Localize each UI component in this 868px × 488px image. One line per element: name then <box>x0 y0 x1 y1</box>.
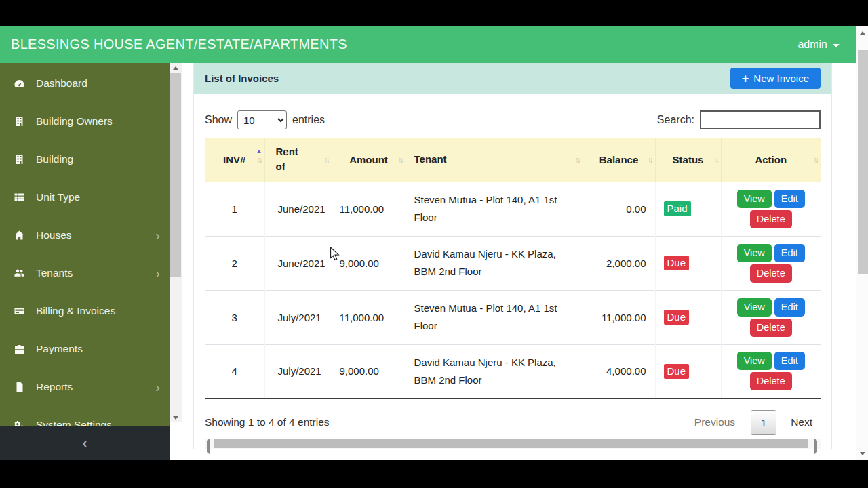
cell-amount: 9,000.00 <box>332 236 406 290</box>
app-window: BLESSINGS HOUSE AGENT/ESTATE/APARTMENTS … <box>0 26 868 460</box>
page-scrollbar-thumb[interactable] <box>858 50 868 274</box>
sidebar-item-reports[interactable]: Reports› <box>0 368 170 406</box>
delete-button[interactable]: Delete <box>750 319 792 337</box>
page-length-select[interactable]: 10 <box>237 110 287 129</box>
sidebar-item-label: Payments <box>36 343 160 355</box>
column-label: Status <box>673 154 704 165</box>
cell-actions: ViewEditDelete <box>721 290 821 344</box>
new-invoice-label: New Invoice <box>753 73 809 84</box>
horizontal-scrollbar <box>205 439 821 449</box>
column-header-rent-of[interactable]: Rent of↑↓ <box>264 138 332 182</box>
sort-icon: ↑↓ <box>713 155 717 165</box>
table-controls: Show 10 entries Search: <box>205 110 821 129</box>
invoices-card: List of Invoices + New Invoice Show 10 e… <box>193 63 832 449</box>
status-badge: Due <box>664 310 690 325</box>
scroll-right-arrow[interactable] <box>814 441 817 453</box>
delete-button[interactable]: Delete <box>750 372 792 390</box>
page-title: List of Invoices <box>205 73 279 84</box>
chevron-left-icon: ‹ <box>83 435 87 451</box>
cell-invoice-number: 3 <box>205 290 264 344</box>
sidebar-item-label: Unit Type <box>36 191 160 203</box>
user-menu[interactable]: admin <box>797 39 845 51</box>
pagination-next[interactable]: Next <box>783 416 821 428</box>
page-scroll-down-arrow[interactable] <box>856 449 868 458</box>
cell-balance: 0.00 <box>583 182 655 236</box>
cell-actions: ViewEditDelete <box>721 182 821 236</box>
edit-button[interactable]: Edit <box>774 244 805 262</box>
chevron-right-icon: › <box>155 266 160 280</box>
edit-button[interactable]: Edit <box>774 190 805 208</box>
view-button[interactable]: View <box>737 352 772 370</box>
scroll-down-arrow[interactable] <box>170 413 182 422</box>
chevron-right-icon: › <box>155 380 160 394</box>
sort-asc-active-icon: ▲ <box>256 148 262 155</box>
sidebar-item-tenants[interactable]: Tenants› <box>0 254 170 292</box>
cell-actions: ViewEditDelete <box>721 236 821 290</box>
sidebar-item-label: Building <box>36 153 160 165</box>
sort-icon: ↑↓ <box>813 155 817 165</box>
column-label: Action <box>755 154 787 165</box>
pagination: Previous 1 Next <box>685 410 821 435</box>
sort-icon: ↑↓ <box>257 155 261 165</box>
building-icon <box>14 154 27 165</box>
letterbox-bottom <box>0 460 868 488</box>
edit-button[interactable]: Edit <box>774 352 805 370</box>
status-badge: Paid <box>664 201 691 216</box>
page-scroll-up-arrow[interactable] <box>856 28 868 37</box>
cell-rent-of: June/2021 <box>264 182 332 236</box>
page-scrollbar <box>856 26 868 460</box>
column-header-amount[interactable]: Amount↑↓ <box>332 138 406 182</box>
sidebar-item-unit-type[interactable]: Unit Type <box>0 178 170 216</box>
sidebar-item-billing-invoices[interactable]: Billing & Invoices <box>0 292 170 330</box>
view-button[interactable]: View <box>737 298 772 317</box>
sidebar-item-building-owners[interactable]: Building Owners <box>0 102 170 140</box>
cell-balance: 11,000.00 <box>583 290 655 344</box>
sidebar-item-building[interactable]: Building <box>0 140 170 178</box>
search-input[interactable] <box>700 110 821 129</box>
page-length-group: Show 10 entries <box>205 110 325 129</box>
letterbox-top <box>0 0 868 26</box>
sidebar-item-system-settings[interactable]: System Settings <box>0 406 170 426</box>
sidebar-item-payments[interactable]: Payments <box>0 330 170 368</box>
card-header: List of Invoices + New Invoice <box>194 63 831 94</box>
cell-invoice-number: 2 <box>205 236 264 290</box>
scroll-up-arrow[interactable] <box>170 63 182 73</box>
sidebar-item-houses[interactable]: Houses› <box>0 216 170 254</box>
sidebar-item-label: Dashboard <box>36 77 160 89</box>
sidebar-collapse-button[interactable]: ‹ <box>0 426 170 460</box>
sidebar-item-label: Billing & Invoices <box>36 305 160 317</box>
table-footer: Showing 1 to 4 of 4 entries Previous 1 N… <box>205 409 821 435</box>
cell-status: Due <box>655 236 721 290</box>
edit-button[interactable]: Edit <box>774 298 805 317</box>
show-label: Show <box>205 114 232 126</box>
view-button[interactable]: View <box>737 190 772 208</box>
list-icon <box>14 192 27 203</box>
cell-status: Due <box>655 290 721 344</box>
home-icon <box>14 230 27 241</box>
column-header-balance[interactable]: Balance↑↓ <box>583 138 655 182</box>
pagination-page-1[interactable]: 1 <box>751 410 776 435</box>
column-header-tenant[interactable]: Tenant↑↓ <box>406 138 583 182</box>
new-invoice-button[interactable]: + New Invoice <box>730 68 821 89</box>
cell-balance: 4,000.00 <box>583 344 655 399</box>
entries-info: Showing 1 to 4 of 4 entries <box>205 416 330 428</box>
table-body: 1June/202111,000.00Steven Mutua - Plot 1… <box>205 182 821 399</box>
column-header-status[interactable]: Status↑↓ <box>655 138 721 182</box>
column-label: INV# <box>223 154 245 165</box>
sidebar-scrollbar <box>170 63 182 422</box>
scroll-left-arrow[interactable] <box>207 441 210 453</box>
cell-invoice-number: 4 <box>205 344 264 399</box>
pagination-previous[interactable]: Previous <box>685 416 745 428</box>
column-header-inv[interactable]: INV#▲↑↓ <box>205 138 264 182</box>
main-content: List of Invoices + New Invoice Show 10 e… <box>182 63 856 460</box>
cell-amount: 9,000.00 <box>332 344 406 399</box>
delete-button[interactable]: Delete <box>750 264 792 283</box>
horizontal-scrollbar-thumb[interactable] <box>214 439 808 448</box>
column-header-action[interactable]: Action↑↓ <box>721 138 821 182</box>
status-badge: Due <box>664 364 690 379</box>
view-button[interactable]: View <box>737 244 772 262</box>
sidebar-item-dashboard[interactable]: Dashboard <box>0 64 170 102</box>
column-label: Balance <box>599 154 639 165</box>
delete-button[interactable]: Delete <box>750 210 792 228</box>
sidebar-scrollbar-thumb[interactable] <box>170 73 181 277</box>
